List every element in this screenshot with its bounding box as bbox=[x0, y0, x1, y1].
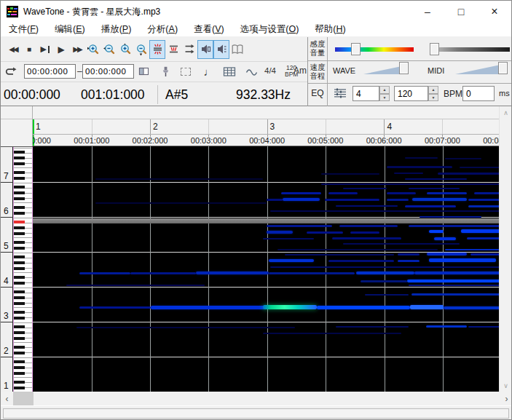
black-key[interactable] bbox=[14, 156, 25, 159]
menu-item-options[interactable]: 选项与设置(O) bbox=[232, 23, 307, 36]
scroll-left-arrow[interactable]: ‹ bbox=[1, 392, 13, 405]
menu-item-edit[interactable]: 编辑(E) bbox=[47, 23, 93, 36]
menu-item-help[interactable]: 帮助(H) bbox=[307, 23, 353, 36]
key-display[interactable]: Am bbox=[294, 66, 307, 76]
sensitivity-slider-thumb[interactable] bbox=[351, 43, 361, 55]
bpm-input[interactable]: 120 bbox=[394, 86, 428, 101]
meter-display[interactable]: 4/4 bbox=[264, 66, 276, 75]
midi-volume-slider[interactable] bbox=[455, 65, 500, 74]
black-key[interactable] bbox=[14, 381, 25, 384]
scroll-up-arrow[interactable]: ∧ bbox=[500, 106, 512, 119]
piano-keyboard[interactable]: 7654321 bbox=[1, 146, 33, 392]
black-key[interactable] bbox=[14, 261, 25, 264]
sensitivity-slider-track[interactable] bbox=[335, 47, 414, 52]
black-key[interactable] bbox=[14, 296, 25, 299]
black-key[interactable] bbox=[14, 282, 25, 285]
rewind-button[interactable]: ◀◀ bbox=[5, 40, 21, 59]
black-key[interactable] bbox=[14, 311, 25, 314]
black-key[interactable] bbox=[14, 177, 25, 180]
black-key[interactable] bbox=[14, 226, 25, 229]
bpm-spinner[interactable]: ▲▼ bbox=[428, 86, 438, 101]
black-key[interactable] bbox=[14, 325, 25, 328]
volume-slider-track[interactable] bbox=[430, 47, 510, 52]
black-key[interactable] bbox=[14, 302, 25, 305]
horizontal-scroll-thumb[interactable] bbox=[13, 392, 34, 405]
measure-row[interactable]: 1234 bbox=[33, 119, 500, 135]
compress-horizontal-button[interactable] bbox=[149, 40, 165, 59]
wave-volume-thumb[interactable] bbox=[399, 62, 409, 74]
pin-button[interactable] bbox=[157, 63, 174, 80]
selection-button[interactable] bbox=[177, 63, 194, 80]
offset-input[interactable]: 0 bbox=[462, 86, 495, 101]
zoom-in-horizontal-button[interactable] bbox=[85, 40, 101, 59]
black-key[interactable] bbox=[14, 337, 25, 340]
midi-volume-thumb[interactable] bbox=[498, 62, 508, 74]
play-button[interactable]: ▶ bbox=[53, 40, 69, 59]
wave-output-button[interactable] bbox=[197, 40, 213, 59]
black-key[interactable] bbox=[14, 232, 25, 235]
score-book-button[interactable] bbox=[229, 40, 245, 59]
black-key[interactable] bbox=[14, 255, 25, 258]
vertical-scrollbar[interactable]: ∧ ∨ bbox=[499, 106, 511, 392]
beats-down-button[interactable]: ▼ bbox=[379, 94, 390, 102]
zoom-in-vertical-button[interactable] bbox=[117, 40, 133, 59]
table-button[interactable] bbox=[221, 63, 238, 80]
scroll-right-arrow[interactable]: › bbox=[500, 392, 512, 405]
horizontal-scrollbar[interactable]: ‹ › bbox=[1, 392, 512, 405]
black-key[interactable] bbox=[14, 267, 25, 270]
spectrogram[interactable] bbox=[33, 146, 500, 392]
midi-output-button[interactable] bbox=[213, 40, 229, 59]
beats-input[interactable]: 4 bbox=[353, 86, 379, 101]
black-key[interactable] bbox=[14, 290, 25, 293]
black-key[interactable] bbox=[14, 360, 25, 363]
volume-slider-thumb[interactable] bbox=[430, 43, 439, 55]
scroll-down-arrow[interactable]: ∨ bbox=[500, 379, 512, 392]
black-key[interactable] bbox=[14, 331, 25, 334]
black-key[interactable] bbox=[14, 171, 25, 174]
black-key[interactable] bbox=[14, 366, 25, 369]
time-row[interactable]: 00:00:00000:01:00000:02:00000:03:00000:0… bbox=[33, 135, 500, 146]
black-key[interactable] bbox=[14, 212, 25, 215]
black-key[interactable] bbox=[14, 162, 25, 165]
highlighted-key-asharp5[interactable] bbox=[14, 221, 25, 223]
waveform-button[interactable] bbox=[243, 63, 260, 80]
black-key[interactable] bbox=[14, 191, 25, 194]
zoom-out-vertical-button[interactable] bbox=[133, 40, 149, 59]
menu-item-view[interactable]: 查看(V) bbox=[186, 23, 232, 36]
compress-vertical-button[interactable] bbox=[165, 40, 181, 59]
bpm-up-button[interactable]: ▲ bbox=[428, 86, 438, 94]
piano-keys[interactable] bbox=[13, 147, 33, 392]
close-button[interactable]: × bbox=[478, 1, 511, 23]
black-key[interactable] bbox=[14, 352, 25, 354]
loop-start-input[interactable]: 00:00:000 bbox=[24, 64, 76, 79]
menu-item-analysis[interactable]: 分析(A) bbox=[139, 23, 186, 36]
black-key[interactable] bbox=[14, 387, 25, 389]
minimize-button[interactable]: – bbox=[411, 1, 444, 23]
beats-spinner[interactable]: ▲▼ bbox=[379, 86, 390, 101]
black-key[interactable] bbox=[14, 317, 25, 320]
note-button[interactable]: ♩ bbox=[200, 63, 218, 80]
black-key[interactable] bbox=[14, 151, 25, 154]
zoom-out-horizontal-button[interactable] bbox=[101, 40, 117, 59]
fast-forward-button[interactable]: ▶▶ bbox=[69, 40, 85, 59]
black-key[interactable] bbox=[14, 346, 25, 349]
black-key[interactable] bbox=[14, 186, 25, 189]
loop-end-input[interactable]: 00:00:000 bbox=[82, 64, 134, 79]
eq-button[interactable] bbox=[333, 87, 347, 102]
loop-button[interactable] bbox=[2, 63, 20, 80]
stop-button[interactable]: ■ bbox=[21, 40, 37, 59]
play-pause-button[interactable]: ▶ bbox=[37, 40, 53, 59]
black-key[interactable] bbox=[14, 206, 25, 209]
black-key[interactable] bbox=[14, 372, 25, 375]
menu-item-playback[interactable]: 播放(P) bbox=[93, 23, 140, 36]
black-key[interactable] bbox=[14, 276, 25, 279]
split-panel-button[interactable] bbox=[135, 63, 152, 80]
auto-scroll-button[interactable] bbox=[181, 40, 197, 59]
timeline-ruler[interactable]: 1234 00:00:00000:01:00000:02:00000:03:00… bbox=[1, 106, 512, 146]
black-key[interactable] bbox=[14, 197, 25, 200]
black-key[interactable] bbox=[14, 241, 25, 244]
beats-up-button[interactable]: ▲ bbox=[379, 86, 390, 94]
bpm-down-button[interactable]: ▼ bbox=[428, 94, 438, 102]
maximize-button[interactable]: □ bbox=[444, 1, 478, 23]
black-key[interactable] bbox=[14, 247, 25, 250]
